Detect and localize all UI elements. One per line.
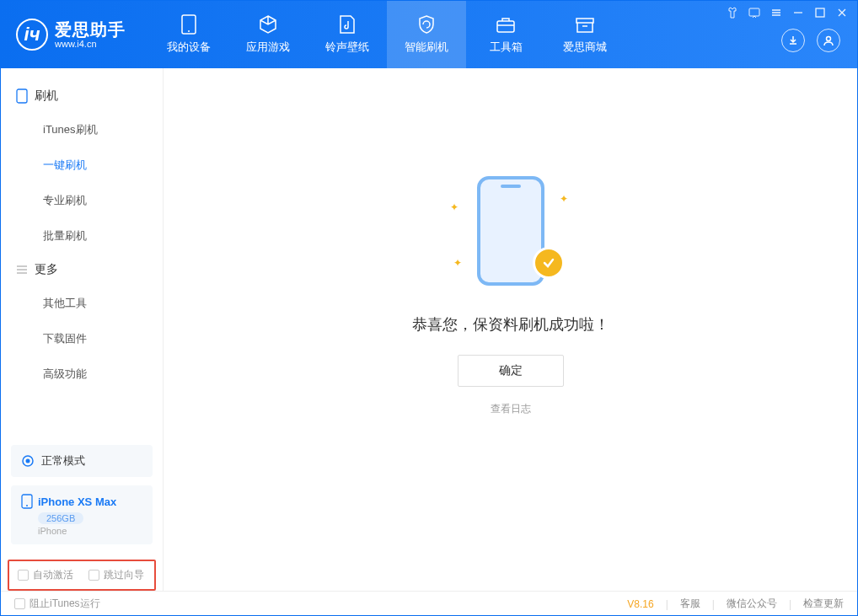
success-message: 恭喜您，保资料刷机成功啦！ xyxy=(412,314,609,335)
maximize-icon[interactable] xyxy=(813,6,827,19)
minimize-icon[interactable] xyxy=(791,6,805,19)
view-log-link[interactable]: 查看日志 xyxy=(491,402,531,416)
svg-point-8 xyxy=(26,459,30,463)
svg-point-10 xyxy=(26,505,28,506)
tab-store[interactable]: 爱思商城 xyxy=(545,1,625,68)
support-link[interactable]: 客服 xyxy=(680,597,700,611)
check-badge-icon xyxy=(533,247,565,279)
sidebar-item-advanced[interactable]: 高级功能 xyxy=(1,356,163,392)
checkbox-block-itunes[interactable]: 阻止iTunes运行 xyxy=(14,597,100,611)
refresh-shield-icon xyxy=(416,14,437,35)
tab-my-device[interactable]: 我的设备 xyxy=(149,1,228,68)
svg-rect-4 xyxy=(749,8,759,16)
app-logo: iч 爱思助手 www.i4.cn xyxy=(16,19,126,51)
tab-smart-flash[interactable]: 智能刷机 xyxy=(387,1,466,68)
version-label: V8.16 xyxy=(627,598,653,610)
checkbox-skip-guide[interactable]: 跳过向导 xyxy=(88,568,144,582)
mode-indicator[interactable]: 正常模式 xyxy=(11,445,153,477)
tab-ringtone-wallpaper[interactable]: 铃声壁纸 xyxy=(308,1,387,68)
sparkle-icon: ✦ xyxy=(453,257,462,269)
main-content: ✦ ✦ ✦ 恭喜您，保资料刷机成功啦！ 确定 查看日志 xyxy=(164,68,857,591)
feedback-icon[interactable] xyxy=(748,6,761,19)
device-phone-icon xyxy=(21,494,33,509)
svg-rect-5 xyxy=(816,8,824,17)
sidebar-item-one-click-flash[interactable]: 一键刷机 xyxy=(1,147,163,183)
device-capacity: 256GB xyxy=(38,512,83,524)
close-icon[interactable] xyxy=(835,6,849,19)
success-illustration: ✦ ✦ ✦ xyxy=(452,176,570,294)
tab-apps-games[interactable]: 应用游戏 xyxy=(228,1,308,68)
header: iч 爱思助手 www.i4.cn 我的设备 应用游戏 铃声壁纸 智能刷机 工具… xyxy=(1,1,857,68)
sidebar-item-itunes-flash[interactable]: iTunes刷机 xyxy=(1,112,163,147)
toolbox-icon xyxy=(496,14,516,35)
check-update-link[interactable]: 检查更新 xyxy=(803,597,844,611)
checkbox-icon xyxy=(18,570,29,581)
menu-icon[interactable] xyxy=(770,6,783,19)
download-icon[interactable] xyxy=(781,29,805,52)
checkbox-icon xyxy=(88,570,99,581)
svg-rect-2 xyxy=(497,21,514,32)
wechat-link[interactable]: 微信公众号 xyxy=(727,597,777,611)
svg-point-1 xyxy=(188,30,190,32)
mode-icon xyxy=(21,454,35,468)
device-panel[interactable]: iPhone XS Max 256GB iPhone xyxy=(11,485,153,544)
highlighted-options: 自动激活 跳过向导 xyxy=(8,560,156,591)
sparkle-icon: ✦ xyxy=(450,201,458,213)
window-controls xyxy=(726,6,849,19)
sidebar-item-download-firmware[interactable]: 下载固件 xyxy=(1,321,163,356)
app-name-cn: 爱思助手 xyxy=(55,20,126,39)
svg-point-3 xyxy=(827,37,831,41)
device-type: iPhone xyxy=(38,526,142,536)
app-name-en: www.i4.cn xyxy=(55,39,126,49)
cube-icon xyxy=(258,14,278,35)
user-icon[interactable] xyxy=(817,29,840,52)
device-name: iPhone XS Max xyxy=(38,495,116,508)
sidebar-section-flash: 刷机 xyxy=(1,80,163,112)
shirt-icon[interactable] xyxy=(726,6,739,19)
sidebar-item-pro-flash[interactable]: 专业刷机 xyxy=(1,183,163,218)
phone-icon xyxy=(16,88,28,104)
sidebar-item-batch-flash[interactable]: 批量刷机 xyxy=(1,218,163,254)
ok-button[interactable]: 确定 xyxy=(458,355,564,387)
svg-rect-6 xyxy=(17,89,27,103)
checkbox-auto-activate[interactable]: 自动激活 xyxy=(18,568,73,582)
checkbox-icon xyxy=(14,598,25,609)
sparkle-icon: ✦ xyxy=(560,193,568,205)
tab-toolbox[interactable]: 工具箱 xyxy=(466,1,545,68)
footer: 阻止iTunes运行 V8.16 | 客服 | 微信公众号 | 检查更新 xyxy=(1,591,857,616)
shop-icon xyxy=(575,14,595,35)
sidebar: 刷机 iTunes刷机 一键刷机 专业刷机 批量刷机 更多 其他工具 下载固件 … xyxy=(1,68,164,591)
sidebar-item-other-tools[interactable]: 其他工具 xyxy=(1,286,163,321)
list-icon xyxy=(16,264,28,276)
sidebar-section-more: 更多 xyxy=(1,254,163,286)
device-icon xyxy=(179,14,199,35)
logo-icon: iч xyxy=(16,19,48,51)
main-tabs: 我的设备 应用游戏 铃声壁纸 智能刷机 工具箱 爱思商城 xyxy=(149,1,625,68)
music-file-icon xyxy=(337,14,357,35)
